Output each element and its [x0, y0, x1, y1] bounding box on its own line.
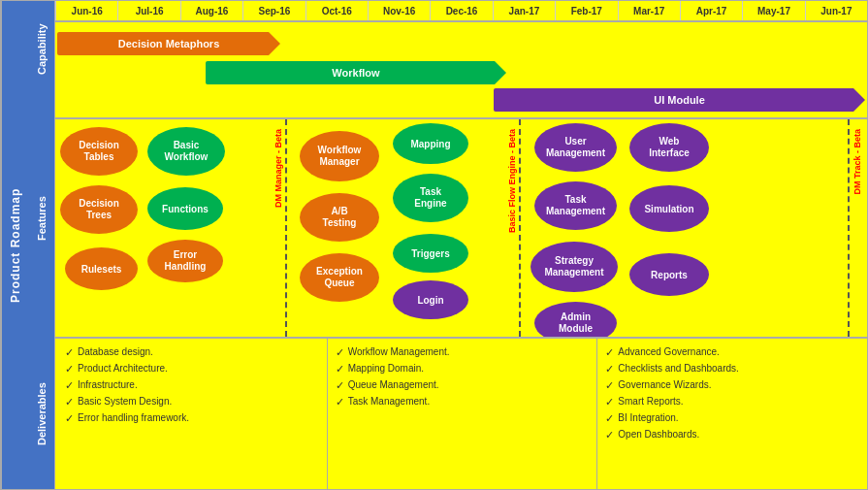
- sections-labels: Capability Features Deliverables: [28, 1, 55, 489]
- month-nov16: Nov-16: [368, 1, 430, 20]
- simulation-ellipse: Simulation: [629, 185, 709, 232]
- triggers-ellipse: Triggers: [393, 234, 468, 273]
- month-jul16: Jul-16: [117, 1, 179, 20]
- ui-module-label: UI Module: [654, 94, 705, 106]
- dashed-line-3: [848, 119, 850, 337]
- deliv-3-5: ✓BI Integration.: [605, 412, 859, 425]
- month-may17: May-17: [742, 1, 804, 20]
- web-interface-ellipse: WebInterface: [629, 123, 709, 172]
- rulesets-ellipse: Rulesets: [65, 247, 138, 290]
- capability-section: Decision Metaphors Workflow UI Module: [55, 22, 867, 119]
- deliverables-column-3: ✓Advanced Governance. ✓Checklists and Da…: [597, 339, 867, 489]
- month-sep16: Sep-16: [242, 1, 305, 20]
- month-apr17: Apr-17: [680, 1, 742, 20]
- decision-tables-ellipse: DecisionTables: [60, 127, 138, 176]
- workflow-bar: Workflow: [206, 61, 506, 84]
- ab-testing-ellipse: A/BTesting: [300, 193, 379, 242]
- month-jan17: Jan-17: [493, 1, 555, 20]
- beta-label-1: DM Manager - Beta: [273, 129, 283, 208]
- deliv-3-1: ✓Advanced Governance.: [605, 346, 859, 359]
- month-jun17: Jun-17: [805, 1, 867, 20]
- month-mar17: Mar-17: [618, 1, 680, 20]
- functions-ellipse: Functions: [147, 187, 223, 230]
- deliv-3-6: ✓Open Dashboards.: [605, 429, 859, 441]
- dashed-line-2: [519, 119, 521, 337]
- deliv-2-1: ✓Workflow Management.: [336, 346, 590, 359]
- deliv-1-5: ✓Error handling framework.: [65, 412, 319, 425]
- strategy-management-ellipse: StrategyManagement: [530, 242, 618, 292]
- reports-ellipse: Reports: [629, 253, 709, 296]
- dashed-line-1: [285, 119, 287, 337]
- deliv-1-2: ✓Product Architecture.: [65, 363, 319, 376]
- workflow-manager-ellipse: WorkflowManager: [300, 131, 379, 181]
- user-management-ellipse: UserManagement: [534, 123, 617, 172]
- deliv-3-4: ✓Smart Reports.: [605, 396, 859, 408]
- deliv-2-2: ✓Mapping Domain.: [336, 363, 590, 376]
- deliv-1-1: ✓Database design.: [65, 346, 319, 359]
- beta-label-3: DM Track - Beta: [852, 129, 862, 195]
- decision-metaphors-bar: Decision Metaphors: [57, 32, 280, 55]
- month-jun16: Jun-16: [55, 1, 117, 20]
- features-section: DM Manager - Beta Basic Flow Engine - Be…: [55, 119, 867, 339]
- main-content: Jun-16 Jul-16 Aug-16 Sep-16 Oct-16 Nov-1…: [55, 1, 867, 489]
- ui-module-bar: UI Module: [494, 88, 865, 112]
- login-ellipse: Login: [393, 280, 468, 319]
- product-roadmap-label: Product Roadmap: [1, 1, 28, 489]
- deliv-2-4: ✓Task Management.: [336, 396, 590, 408]
- deliverables-column-1: ✓Database design. ✓Product Architecture.…: [55, 339, 328, 489]
- month-dec16: Dec-16: [430, 1, 492, 20]
- deliverables-section: ✓Database design. ✓Product Architecture.…: [55, 339, 867, 489]
- deliv-3-3: ✓Governance Wizards.: [605, 379, 859, 392]
- deliv-1-3: ✓Infrastructure.: [65, 379, 319, 392]
- mapping-ellipse: Mapping: [393, 123, 468, 164]
- beta-label-2: Basic Flow Engine - Beta: [507, 129, 517, 233]
- month-oct16: Oct-16: [305, 1, 368, 20]
- decision-trees-ellipse: DecisionTrees: [60, 185, 138, 234]
- month-aug16: Aug-16: [180, 1, 242, 20]
- deliverables-label: Deliverables: [28, 339, 54, 489]
- admin-module-ellipse: AdminModule: [534, 302, 617, 339]
- features-label: Features: [28, 98, 54, 339]
- capability-label: Capability: [28, 1, 54, 98]
- month-header-row: Jun-16 Jul-16 Aug-16 Sep-16 Oct-16 Nov-1…: [55, 1, 867, 22]
- task-management-ellipse: TaskManagement: [534, 181, 617, 230]
- deliv-1-4: ✓Basic System Design.: [65, 396, 319, 408]
- deliv-3-2: ✓Checklists and Dashboards.: [605, 363, 859, 376]
- error-handling-ellipse: ErrorHandling: [147, 240, 223, 282]
- deliverables-column-2: ✓Workflow Management. ✓Mapping Domain. ✓…: [328, 339, 598, 489]
- decision-metaphors-label: Decision Metaphors: [118, 38, 220, 49]
- exception-queue-ellipse: ExceptionQueue: [300, 253, 379, 302]
- deliv-2-3: ✓Queue Management.: [336, 379, 590, 392]
- month-feb17: Feb-17: [555, 1, 617, 20]
- workflow-label: Workflow: [332, 67, 379, 79]
- basic-workflow-ellipse: BasicWorkflow: [147, 127, 225, 176]
- task-engine-ellipse: TaskEngine: [393, 174, 468, 222]
